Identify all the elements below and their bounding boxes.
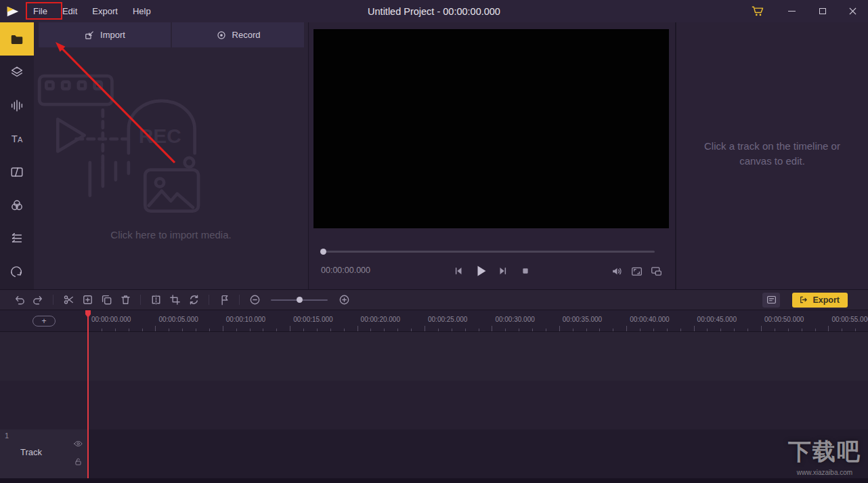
menu-help[interactable]: Help — [125, 0, 158, 22]
play-icon — [473, 264, 488, 278]
marker-button[interactable] — [215, 292, 234, 308]
tab-record-label: Record — [232, 30, 261, 40]
playhead[interactable] — [87, 310, 89, 478]
ruler-minor-tick — [397, 329, 398, 331]
ruler-minor-tick — [129, 329, 129, 331]
playhead-handle[interactable] — [85, 310, 91, 318]
ruler-minor-tick — [815, 329, 816, 331]
duplicate-button[interactable] — [97, 292, 116, 308]
zoom-in-button[interactable] — [334, 292, 353, 308]
sidebar-item-transitions[interactable] — [0, 155, 34, 188]
ruler-minor-tick — [653, 329, 654, 331]
crop-button[interactable] — [165, 292, 184, 308]
ruler-major-tick — [357, 326, 358, 331]
ruler-minor-tick — [182, 329, 183, 331]
ruler-label: 00:00:15.000 — [293, 316, 332, 323]
ruler-minor-tick — [330, 329, 331, 331]
track-header[interactable]: 1 Track — [0, 429, 88, 478]
track-lock-toggle[interactable] — [72, 457, 83, 466]
sidebar-item-elements[interactable] — [0, 222, 34, 255]
ruler-minor-tick — [640, 329, 641, 331]
export-button[interactable]: Export — [792, 293, 848, 308]
tab-record[interactable]: Record — [172, 22, 304, 47]
close-button[interactable] — [838, 0, 868, 22]
seek-knob[interactable] — [320, 249, 326, 255]
folder-icon — [9, 32, 24, 47]
sidebar-item-layers[interactable] — [0, 56, 34, 89]
split-icon — [150, 293, 162, 306]
seek-bar[interactable] — [321, 248, 655, 255]
ruler-minor-tick — [775, 329, 775, 331]
timeline-bottom-strip — [0, 478, 868, 483]
export-button-label: Export — [812, 295, 840, 305]
replace-icon — [188, 293, 200, 306]
volume-icon[interactable] — [611, 266, 624, 277]
timeline-track-row[interactable]: 1 Track — [0, 429, 868, 478]
ruler-minor-tick — [236, 329, 237, 331]
ruler-minor-tick — [317, 329, 318, 331]
track-visibility-toggle[interactable] — [72, 439, 83, 448]
ruler-minor-tick — [599, 329, 600, 331]
ruler-label: 00:00:55.000 — [831, 316, 868, 323]
undo-button[interactable] — [9, 292, 28, 308]
ruler-major-tick — [425, 326, 425, 331]
tab-import[interactable]: Import — [39, 22, 171, 47]
ruler-major-tick — [223, 326, 223, 331]
ruler-minor-tick — [344, 329, 345, 331]
replace-button[interactable] — [184, 292, 203, 308]
cut-button[interactable] — [59, 292, 78, 308]
add-track-button[interactable]: + — [32, 316, 56, 327]
timeline-row[interactable] — [0, 381, 868, 429]
copy-plus-icon — [81, 293, 94, 306]
timeline-ruler-labels[interactable]: 00:00:00.00000:00:05.00000:00:10.00000:0… — [0, 310, 868, 332]
menu-export[interactable]: Export — [85, 0, 125, 22]
minimize-button[interactable] — [777, 0, 807, 22]
timeline-zoom-slider[interactable] — [271, 296, 328, 304]
sidebar-item-filters[interactable] — [0, 188, 34, 222]
ruler-major-tick — [492, 326, 492, 331]
ruler-minor-tick — [573, 329, 573, 331]
sidebar-item-text[interactable]: TA — [0, 122, 34, 155]
media-tabs: Import Record — [34, 22, 308, 47]
ruler-label: 00:00:40.000 — [630, 316, 669, 323]
stop-button[interactable] — [517, 263, 534, 279]
next-frame-button[interactable] — [495, 263, 511, 279]
ruler-label: 00:00:30.000 — [495, 316, 534, 323]
redo-button[interactable] — [28, 292, 47, 308]
cart-icon[interactable] — [744, 0, 771, 22]
zoom-out-button[interactable] — [245, 292, 264, 308]
split-button[interactable] — [146, 292, 165, 308]
ruler-minor-tick — [680, 329, 681, 331]
ruler-major-tick — [290, 326, 290, 331]
maximize-button[interactable] — [807, 0, 838, 22]
ruler-label: 00:00:00.000 — [91, 316, 131, 323]
scissors-icon — [62, 293, 75, 306]
delete-button[interactable] — [116, 292, 135, 308]
layers-icon — [9, 65, 24, 80]
sidebar-item-audio[interactable] — [0, 89, 34, 122]
timeline-row[interactable] — [0, 332, 868, 381]
crop-icon — [169, 293, 181, 306]
ruler-minor-tick — [115, 329, 116, 331]
media-list-button[interactable] — [762, 293, 780, 308]
sidebar-item-media[interactable] — [0, 22, 34, 56]
previous-frame-button[interactable] — [450, 263, 466, 279]
fit-icon[interactable] — [630, 266, 643, 277]
properties-panel: Click a track on the timeline or canvas … — [676, 22, 868, 289]
ruler-label: 00:00:05.000 — [158, 316, 198, 323]
play-button[interactable] — [473, 263, 489, 279]
toolbar: Export — [0, 289, 868, 310]
sidebar-item-behaviors[interactable] — [0, 255, 34, 288]
toolbar-divider — [140, 295, 141, 305]
preview-controls: 00:00:00.000 — [309, 261, 675, 281]
picture-in-picture-icon[interactable] — [650, 266, 663, 277]
import-media-dropzone[interactable]: REC Click here to import media. — [34, 47, 308, 289]
timeline: 00:00:00.00000:00:05.00000:00:10.00000:0… — [0, 310, 868, 483]
ruler-major-tick — [155, 326, 156, 331]
zoom-in-icon — [338, 293, 351, 306]
copy-button[interactable] — [78, 292, 97, 308]
seek-track[interactable] — [321, 251, 655, 253]
ruler-major-tick — [828, 326, 829, 331]
ruler-minor-tick — [802, 329, 802, 331]
zoom-slider-knob[interactable] — [297, 297, 303, 303]
